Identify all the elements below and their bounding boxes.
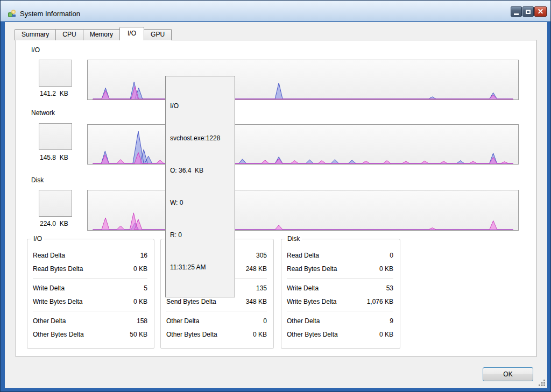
stat-row: Other Bytes Delta50 KB	[33, 327, 147, 341]
stat-value: 305	[256, 252, 267, 259]
stat-row: Write Bytes Delta0 KB	[33, 295, 147, 308]
stat-value: 53	[386, 284, 393, 292]
tab-io[interactable]: I/O	[119, 27, 144, 40]
maximize-button[interactable]	[522, 6, 534, 17]
stat-row: Read Bytes Delta0 KB	[33, 262, 147, 275]
network-section-label: Network	[31, 109, 55, 117]
stat-row: Other Bytes Delta0 KB	[287, 327, 393, 341]
stat-value: 135	[256, 284, 267, 292]
stat-row: Read Delta16	[33, 248, 147, 262]
tab-panel-io: I/O 141.2 KB Network 145.8 KB Disk 224.0…	[16, 40, 536, 357]
io-stats-group: I/O Read Delta16Read Bytes Delta0 KBWrit…	[27, 239, 154, 349]
disk-section-label: Disk	[31, 176, 44, 184]
stat-row: Other Delta9	[287, 314, 393, 327]
minimize-icon	[514, 13, 519, 15]
stat-row: Write Delta53	[287, 281, 393, 295]
system-information-window: System Information Summary CPU Memory I/…	[0, 0, 551, 392]
ok-button[interactable]: OK	[483, 367, 533, 381]
network-current-value: 145.8 KB	[40, 154, 68, 161]
group-separator	[287, 311, 393, 311]
stat-value: 0 KB	[379, 331, 393, 338]
stat-row: Read Delta0	[287, 248, 393, 262]
tooltip-title: I/O	[170, 101, 230, 111]
stat-label: Other Delta	[166, 317, 199, 325]
stat-label: Other Delta	[287, 317, 320, 325]
stat-value: 50 KB	[130, 331, 147, 338]
tab-bar: Summary CPU Memory I/O GPU	[15, 27, 171, 40]
dialog-client-area: Summary CPU Memory I/O GPU I/O 141.2 KB …	[5, 22, 547, 388]
disk-graph[interactable]	[87, 190, 519, 231]
group-title: Disk	[285, 235, 302, 243]
stat-label: Read Bytes Delta	[33, 265, 83, 273]
close-button[interactable]	[534, 6, 547, 17]
close-icon	[537, 8, 544, 15]
group-body: Read Delta16Read Bytes Delta0 KBWrite De…	[27, 239, 154, 341]
stat-value: 5	[144, 284, 147, 292]
tooltip-time: 11:31:25 AM	[170, 262, 230, 273]
tooltip-read-bytes: R: 0	[170, 230, 230, 240]
stat-label: Read Delta	[33, 252, 65, 259]
tooltip-process: svchost.exe:1228	[170, 133, 230, 144]
stat-row: Other Bytes Delta0 KB	[166, 327, 267, 341]
stat-label: Other Bytes Delta	[166, 331, 217, 338]
stat-value: 1,076 KB	[367, 298, 393, 305]
stat-value: 0 KB	[133, 298, 147, 305]
stat-row: Other Delta158	[33, 314, 147, 327]
stat-row: Write Delta5	[33, 281, 147, 295]
stat-label: Write Bytes Delta	[287, 298, 336, 305]
io-current-value: 141.2 KB	[40, 90, 68, 97]
stat-label: Read Bytes Delta	[287, 265, 337, 273]
io-graph[interactable]	[87, 60, 519, 100]
stat-value: 0	[390, 252, 393, 259]
stat-label: Send Bytes Delta	[166, 298, 216, 305]
stat-row: Read Bytes Delta0 KB	[287, 262, 393, 275]
tooltip-write-bytes: W: 0	[170, 197, 230, 208]
stat-label: Other Delta	[33, 317, 66, 325]
titlebar[interactable]: System Information	[1, 1, 550, 22]
network-mini-graph[interactable]	[39, 123, 72, 150]
io-mini-graph[interactable]	[39, 60, 72, 87]
stat-label: Other Bytes Delta	[287, 331, 338, 338]
tab-summary[interactable]: Summary	[15, 29, 56, 40]
stat-label: Write Bytes Delta	[33, 298, 82, 305]
group-separator	[33, 311, 147, 311]
stat-value: 158	[137, 317, 147, 325]
stat-value: 0 KB	[253, 331, 267, 338]
stat-value: 348 KB	[246, 298, 267, 305]
disk-mini-graph[interactable]	[39, 190, 72, 217]
graph-tooltip: I/O svchost.exe:1228 O: 36.4 KB W: 0 R: …	[165, 76, 235, 297]
group-separator	[33, 278, 147, 279]
group-title: I/O	[31, 235, 44, 243]
stat-value: 0 KB	[379, 265, 393, 273]
stat-value: 16	[140, 252, 147, 259]
resize-grip[interactable]	[539, 380, 546, 387]
io-section-label: I/O	[31, 46, 40, 54]
stat-value: 0 KB	[133, 265, 147, 273]
disk-current-value: 224.0 KB	[40, 220, 68, 227]
tab-cpu[interactable]: CPU	[55, 29, 83, 40]
resize-grip-dots	[539, 380, 540, 381]
stat-value: 9	[390, 317, 393, 325]
stat-label: Write Delta	[33, 284, 65, 292]
stat-label: Other Bytes Delta	[33, 331, 84, 338]
stat-row: Other Delta0	[166, 314, 267, 327]
window-controls	[511, 6, 547, 17]
group-separator	[287, 278, 393, 279]
maximize-icon	[526, 10, 531, 14]
group-body: Read Delta0Read Bytes Delta0 KBWrite Del…	[281, 239, 400, 341]
tab-memory[interactable]: Memory	[83, 29, 120, 40]
tab-gpu[interactable]: GPU	[144, 29, 172, 40]
stat-value: 0	[263, 317, 267, 325]
window-title: System Information	[20, 10, 80, 18]
app-icon	[8, 9, 16, 18]
stat-value: 248 KB	[246, 265, 267, 273]
stat-row: Write Bytes Delta1,076 KB	[287, 295, 393, 308]
network-graph[interactable]	[87, 124, 519, 165]
disk-stats-group: Disk Read Delta0Read Bytes Delta0 KBWrit…	[281, 239, 400, 349]
tooltip-other-bytes: O: 36.4 KB	[170, 165, 230, 176]
minimize-button[interactable]	[511, 6, 522, 17]
stat-label: Write Delta	[287, 284, 319, 292]
stat-label: Read Delta	[287, 252, 319, 259]
group-separator	[166, 311, 267, 311]
